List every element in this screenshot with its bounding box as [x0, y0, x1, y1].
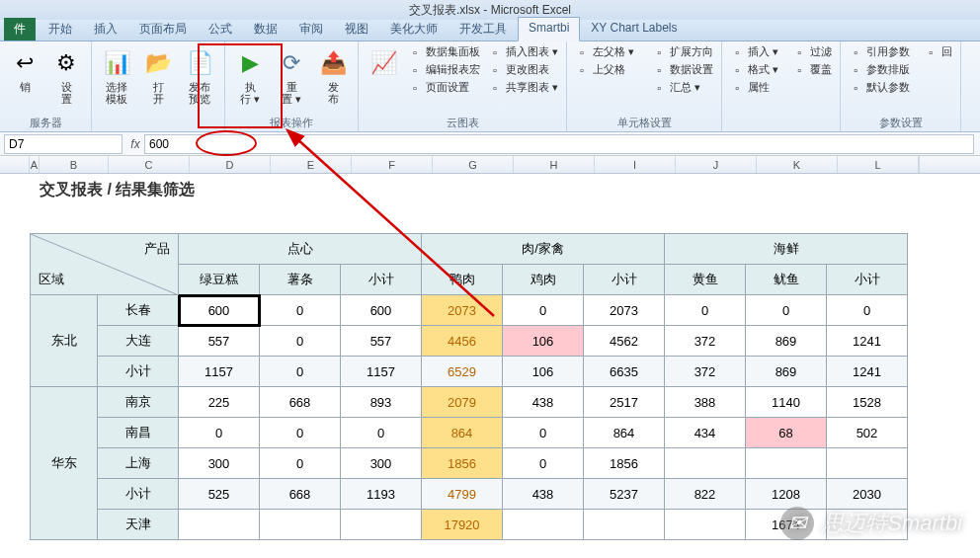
data-cell[interactable]: 0 — [503, 418, 584, 448]
file-tab[interactable]: 件 — [4, 18, 36, 40]
data-cell[interactable]: 1193 — [341, 479, 422, 510]
col-header[interactable]: D — [190, 156, 271, 173]
data-cell[interactable] — [665, 448, 746, 479]
data-cell[interactable]: 1528 — [827, 387, 908, 418]
ribbon-item[interactable]: ▫回 — [922, 43, 954, 60]
data-cell[interactable]: 434 — [665, 418, 746, 448]
data-cell[interactable]: 106 — [503, 326, 584, 357]
tab-审阅[interactable]: 审阅 — [288, 17, 334, 40]
data-cell[interactable]: 822 — [665, 479, 746, 510]
ribbon-item[interactable]: ▫引用参数 — [847, 43, 912, 60]
data-cell[interactable] — [827, 448, 908, 479]
data-cell[interactable]: 0 — [665, 295, 746, 326]
ribbon-item[interactable]: ▫左父格 ▾ — [573, 43, 636, 60]
tab-开始[interactable]: 开始 — [38, 17, 83, 40]
select-all-corner[interactable] — [0, 156, 30, 173]
data-cell[interactable]: 2079 — [422, 387, 503, 418]
ribbon-item[interactable]: ▫扩展方向 — [650, 43, 715, 60]
tab-XY Chart Labels[interactable]: XY Chart Labels — [580, 17, 688, 40]
data-cell[interactable]: 893 — [341, 387, 422, 418]
col-header[interactable]: J — [676, 156, 757, 173]
data-cell[interactable] — [665, 510, 746, 540]
ribbon-button[interactable]: 📂打开 — [139, 43, 177, 105]
data-cell[interactable]: 1157 — [179, 357, 260, 387]
data-cell[interactable]: 0 — [260, 448, 341, 479]
data-cell[interactable]: 668 — [260, 479, 341, 510]
data-cell[interactable]: 2073 — [584, 295, 665, 326]
data-cell[interactable] — [584, 510, 665, 540]
ribbon-item[interactable]: ▫插入 ▾ — [728, 43, 780, 60]
data-cell[interactable]: 1208 — [746, 479, 827, 510]
col-header[interactable]: H — [514, 156, 595, 173]
data-cell[interactable]: 6635 — [584, 357, 665, 387]
col-header[interactable]: L — [838, 156, 919, 173]
name-box[interactable] — [4, 134, 122, 154]
data-cell[interactable] — [260, 510, 341, 540]
col-header[interactable]: B — [40, 156, 109, 173]
data-cell[interactable]: 438 — [503, 387, 584, 418]
data-cell[interactable]: 300 — [341, 448, 422, 479]
data-cell[interactable]: 869 — [746, 357, 827, 387]
data-cell[interactable]: 557 — [179, 326, 260, 357]
tab-Smartbi[interactable]: Smartbi — [518, 17, 580, 41]
ribbon-button[interactable]: 📤发布 — [314, 43, 352, 105]
ribbon-item[interactable]: ▫覆盖 — [790, 61, 834, 78]
data-cell[interactable]: 0 — [827, 295, 908, 326]
tab-页面布局[interactable]: 页面布局 — [128, 17, 198, 40]
data-cell[interactable]: 0 — [260, 295, 341, 326]
data-cell[interactable]: 0 — [179, 418, 260, 448]
data-cell[interactable]: 372 — [665, 357, 746, 387]
ribbon-item[interactable]: ▫编辑报表宏 — [406, 61, 482, 78]
col-header[interactable]: A — [30, 156, 40, 173]
formula-input[interactable] — [144, 134, 974, 154]
ribbon-button[interactable]: ⚙设置 — [47, 43, 85, 105]
data-cell[interactable]: 864 — [422, 418, 503, 448]
col-header[interactable]: F — [352, 156, 433, 173]
data-cell[interactable]: 0 — [503, 448, 584, 479]
data-cell[interactable]: 668 — [260, 387, 341, 418]
data-cell[interactable]: 0 — [260, 326, 341, 357]
data-cell[interactable]: 6529 — [422, 357, 503, 387]
ribbon-item[interactable]: ▫数据设置 — [650, 61, 715, 78]
data-cell[interactable]: 225 — [179, 387, 260, 418]
ribbon-button[interactable]: ↩销 — [6, 43, 43, 93]
tab-公式[interactable]: 公式 — [198, 17, 243, 40]
ribbon-item[interactable]: ▫数据集面板 — [406, 43, 482, 60]
col-header[interactable]: G — [433, 156, 514, 173]
data-cell[interactable]: 1856 — [584, 448, 665, 479]
ribbon-button[interactable]: 📊选择模板 — [98, 43, 135, 105]
data-cell[interactable]: 438 — [503, 479, 584, 510]
data-cell[interactable]: 4562 — [584, 326, 665, 357]
data-cell[interactable]: 600 — [341, 295, 422, 326]
ribbon-item[interactable]: ▫上父格 — [573, 61, 636, 78]
data-cell[interactable] — [503, 510, 584, 540]
ribbon-item[interactable]: ▫默认参数 — [847, 79, 912, 96]
fx-icon[interactable]: fx — [126, 137, 144, 151]
ribbon-item[interactable]: ▫属性 — [728, 79, 780, 96]
tab-数据[interactable]: 数据 — [243, 17, 288, 40]
data-cell[interactable]: 869 — [746, 326, 827, 357]
data-cell[interactable]: 0 — [260, 418, 341, 448]
chart-icon-big[interactable]: 📈 — [365, 43, 402, 79]
data-cell[interactable]: 106 — [503, 357, 584, 387]
data-cell[interactable]: 17920 — [422, 510, 503, 540]
data-cell[interactable]: 525 — [179, 479, 260, 510]
col-header[interactable]: I — [595, 156, 676, 173]
data-cell[interactable]: 372 — [665, 326, 746, 357]
data-cell[interactable]: 300 — [179, 448, 260, 479]
column-headers[interactable]: ABCDEFGHIJKL — [0, 156, 980, 174]
data-cell[interactable] — [179, 510, 260, 540]
data-cell[interactable]: 1140 — [746, 387, 827, 418]
tab-美化大师[interactable]: 美化大师 — [379, 17, 449, 40]
data-cell[interactable] — [746, 448, 827, 479]
ribbon-item[interactable]: ▫参数排版 — [847, 61, 912, 78]
data-cell[interactable] — [341, 510, 422, 540]
data-cell[interactable]: 0 — [341, 418, 422, 448]
ribbon-item[interactable]: ▫页面设置 — [406, 79, 482, 96]
data-cell[interactable]: 1157 — [341, 357, 422, 387]
data-cell[interactable]: 388 — [665, 387, 746, 418]
ribbon-item[interactable]: ▫过滤 — [790, 43, 834, 60]
tab-开发工具[interactable]: 开发工具 — [449, 17, 518, 40]
data-cell[interactable]: 1856 — [422, 448, 503, 479]
data-cell[interactable]: 5237 — [584, 479, 665, 510]
